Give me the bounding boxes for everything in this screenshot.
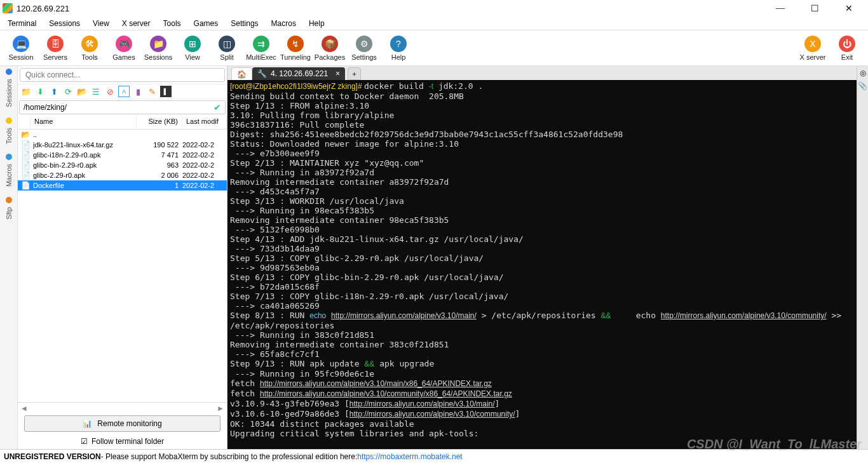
tool-tools[interactable]: 🛠Tools: [72, 36, 107, 61]
col-mod[interactable]: Last modif: [182, 116, 227, 129]
menu-help[interactable]: Help: [304, 18, 330, 29]
tool-games[interactable]: 🎮Games: [107, 36, 141, 61]
upload-icon[interactable]: ⬆: [48, 86, 60, 97]
multiexec-icon: ⇉: [253, 36, 269, 52]
tool-view[interactable]: ⊞View: [175, 36, 210, 61]
file-row[interactable]: 📄Dockerfile12022-02-2: [18, 180, 227, 191]
tool-settings[interactable]: ⚙Settings: [347, 36, 381, 61]
main-toolbar: 💻Session🗄Servers🛠Tools🎮Games📁Sessions⊞Vi…: [0, 30, 868, 66]
menu-sessions[interactable]: Sessions: [44, 18, 85, 29]
tool-help[interactable]: ?Help: [381, 36, 416, 61]
tool-session[interactable]: 💻Session: [4, 36, 38, 61]
file-icon: 📄: [20, 180, 31, 191]
download-icon[interactable]: ⬇: [34, 86, 46, 97]
monitor-icon: 📊: [83, 419, 92, 428]
folder-icon[interactable]: 📁: [20, 86, 32, 97]
col-size[interactable]: Size (KB): [137, 116, 182, 129]
tool-exit[interactable]: ⏻Exit: [830, 36, 864, 61]
tool-tunneling[interactable]: ↯Tunneling: [278, 36, 313, 61]
menu-tools[interactable]: Tools: [158, 18, 186, 29]
tool-packages[interactable]: 📦Packages: [313, 36, 347, 61]
file-icon: 📄: [20, 170, 31, 180]
terminal-output[interactable]: [root@iZbp1ehco2fi1l39iw5ejrZ zking]# do…: [227, 80, 857, 449]
remote-monitoring-button[interactable]: 📊 Remote monitoring: [24, 415, 220, 432]
minimize-button[interactable]: —: [769, 1, 792, 15]
sidetab-sessions[interactable]: Sessions: [4, 75, 14, 111]
quick-connect-input[interactable]: [20, 68, 225, 82]
newfolder-icon[interactable]: 📂: [76, 86, 88, 97]
follow-terminal-checkbox[interactable]: ☑ Follow terminal folder: [18, 434, 227, 449]
session-icon: 💻: [13, 36, 29, 52]
tool-x server[interactable]: XX server: [796, 36, 830, 61]
sftp-panel: 📁 ⬇ ⬆ ⟳ 📂 ☰ ⊘ A ▮ ✎ ▌ /home/zking/ ✔ Nam…: [18, 66, 227, 449]
path-ok-icon: ✔: [214, 102, 221, 112]
menu-x-server[interactable]: X server: [117, 18, 156, 29]
window-title: 120.26.69.221: [17, 4, 769, 13]
tool-split[interactable]: ◫Split: [210, 36, 244, 61]
tab-active[interactable]: 🔧 4. 120.26.69.221 ×: [252, 67, 345, 80]
menu-games[interactable]: Games: [189, 18, 224, 29]
tool-multiexec[interactable]: ⇉MultiExec: [244, 36, 278, 61]
menu-settings[interactable]: Settings: [226, 18, 263, 29]
tools-icon: 🛠: [81, 36, 98, 52]
maximize-button[interactable]: ☐: [803, 1, 826, 15]
app-icon: [3, 3, 13, 13]
refresh-icon[interactable]: ⟳: [62, 86, 74, 97]
file-header[interactable]: Name Size (KB) Last modif: [18, 116, 227, 130]
servers-icon: 🗄: [47, 36, 64, 52]
file-icon: 📄: [20, 160, 31, 170]
file-icon: 📄: [20, 150, 31, 160]
tab-close-icon[interactable]: ×: [336, 69, 340, 78]
macros-dot-icon: [6, 154, 12, 160]
props-icon[interactable]: ☰: [90, 86, 102, 97]
col-name[interactable]: Name: [31, 116, 137, 129]
menu-terminal[interactable]: Terminal: [3, 18, 41, 29]
tab-icon: 🔧: [257, 69, 267, 78]
file-icon: 📄: [20, 140, 31, 150]
tab-home[interactable]: 🏠: [231, 67, 252, 80]
path-bar[interactable]: /home/zking/ ✔: [19, 100, 226, 114]
tool-sessions[interactable]: 📁Sessions: [141, 36, 175, 61]
file-row[interactable]: 📄glibc-bin-2.29-r0.apk9632022-02-2: [18, 160, 227, 170]
sftp-iconbar: 📁 ⬇ ⬆ ⟳ 📂 ☰ ⊘ A ▮ ✎ ▌: [18, 84, 227, 99]
tunneling-icon: ↯: [287, 36, 304, 52]
checkbox-icon: ☑: [81, 437, 88, 446]
path-text: /home/zking/: [24, 103, 67, 112]
x server-icon: X: [804, 36, 821, 52]
packages-icon: 📦: [322, 36, 338, 52]
file-row[interactable]: 📂..: [18, 130, 227, 140]
exit-icon: ⏻: [839, 36, 855, 52]
file-row[interactable]: 📄jdk-8u221-linux-x64.tar.gz190 5222022-0…: [18, 140, 227, 150]
bookmark-icon[interactable]: ▮: [132, 86, 144, 97]
close-button[interactable]: ✕: [837, 1, 860, 15]
split-icon: ◫: [219, 36, 235, 52]
file-list[interactable]: 📂..📄jdk-8u221-linux-x64.tar.gz190 522202…: [18, 130, 227, 402]
sidetab-tools[interactable]: Tools: [4, 124, 14, 148]
wand-icon[interactable]: ✎: [146, 86, 158, 97]
menu-view[interactable]: View: [88, 18, 114, 29]
status-bar: UNREGISTERED VERSION - Please support Mo…: [0, 449, 868, 463]
tab-bar: 🏠 🔧 4. 120.26.69.221 × ＋: [227, 66, 857, 80]
file-row[interactable]: 📄glibc-i18n-2.29-r0.apk7 4712022-02-2: [18, 150, 227, 160]
edit-icon[interactable]: A: [118, 86, 130, 97]
games-icon: 🎮: [116, 36, 132, 52]
tab-label: 4. 120.26.69.221: [271, 69, 328, 78]
right-edge: ◎ 📎: [857, 66, 868, 449]
view-icon: ⊞: [184, 36, 201, 52]
sidetab-macros[interactable]: Macros: [4, 160, 14, 191]
menu-macros[interactable]: Macros: [266, 18, 301, 29]
clip-icon[interactable]: 📎: [858, 81, 867, 90]
tool-servers[interactable]: 🗄Servers: [38, 36, 72, 61]
status-link[interactable]: https://mobaxterm.mobatek.net: [357, 452, 462, 461]
sessions-icon: 📁: [150, 36, 166, 52]
sidetab-sftp[interactable]: Sftp: [4, 203, 14, 224]
unreg-label: UNREGISTERED VERSION: [4, 452, 101, 461]
delete-icon[interactable]: ⊘: [104, 86, 116, 97]
pin-icon[interactable]: ◎: [860, 69, 866, 77]
file-row[interactable]: 📄glibc-2.29-r0.apk2 0062022-02-2: [18, 170, 227, 180]
sessions-dot-icon: [6, 69, 12, 75]
terminal-icon[interactable]: ▌: [160, 86, 172, 97]
tab-new[interactable]: ＋: [348, 67, 361, 80]
side-tabs: SessionsToolsMacrosSftp: [0, 66, 18, 449]
h-scrollbar[interactable]: ◄►: [18, 402, 227, 413]
